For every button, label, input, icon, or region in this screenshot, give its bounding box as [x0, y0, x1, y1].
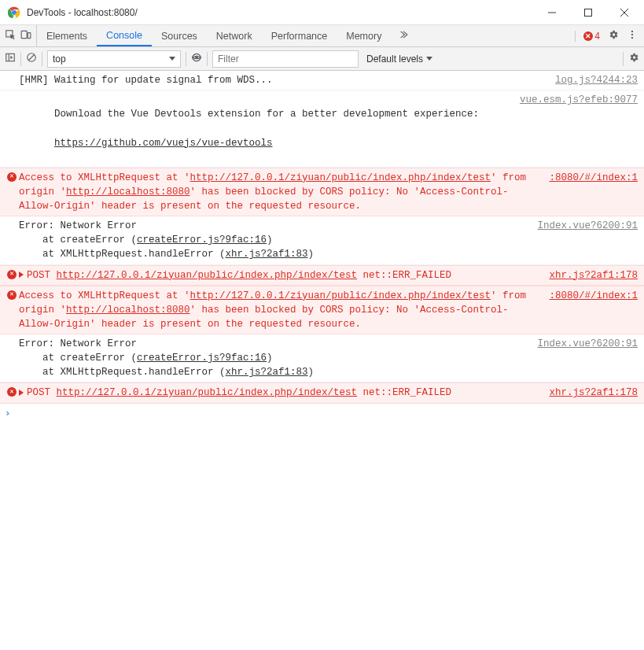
console-sidebar-toggle-icon[interactable] [5, 52, 16, 65]
log-source-link[interactable]: :8080/#/index:1 [549, 171, 638, 185]
devtools-link[interactable]: https://github.com/vuejs/vue-devtools [54, 138, 273, 149]
log-source-link[interactable]: vue.esm.js?efeb:9077 [520, 93, 638, 107]
window-titlebar: DevTools - localhost:8080/ [0, 0, 644, 25]
origin-url-link[interactable]: http://localhost:8080 [66, 305, 190, 316]
error-icon: ✕ [7, 270, 17, 279]
svg-rect-3 [585, 9, 592, 16]
svg-rect-8 [28, 33, 31, 39]
svg-line-15 [29, 55, 35, 61]
console-filters-bar: top Default levels [0, 47, 644, 71]
console-log-area: [HMR] Waiting for update signal from WDS… [0, 71, 644, 423]
console-prompt[interactable]: › [0, 404, 644, 423]
log-levels-select[interactable]: Default levels [363, 54, 436, 65]
expand-toggle-icon[interactable] [19, 271, 24, 278]
log-row: Error: Network Error at createError (cre… [0, 334, 644, 382]
devtools-tabbar: Elements Console Sources Network Perform… [0, 25, 644, 47]
execution-context-select[interactable]: top [47, 50, 181, 68]
context-value: top [53, 54, 66, 65]
stack-link[interactable]: createError.js?9fac:16 [137, 235, 267, 246]
kebab-menu-icon[interactable] [627, 29, 638, 42]
log-row: Error: Network Error at createError (cre… [0, 216, 644, 264]
log-source-link[interactable]: log.js?4244:23 [555, 73, 638, 87]
log-message: Access to XMLHttpRequest at 'http://127.… [19, 171, 549, 213]
log-source-link[interactable]: :8080/#/index:1 [549, 289, 638, 303]
console-settings-icon[interactable] [628, 52, 639, 65]
filter-input[interactable] [212, 50, 359, 68]
error-icon: ✕ [7, 172, 17, 182]
request-url-link[interactable]: http://127.0.0.1/ziyuan/public/index.php… [57, 387, 358, 398]
tab-performance[interactable]: Performance [262, 25, 337, 46]
log-message: POST http://127.0.0.1/ziyuan/public/inde… [19, 268, 549, 283]
log-message: Download the Vue Devtools extension for … [19, 93, 520, 164]
error-icon: ✕ [7, 387, 17, 397]
error-count-badge[interactable]: ✕ 4 [575, 31, 600, 42]
log-source-link[interactable]: Index.vue?6200:91 [537, 337, 638, 351]
log-row: [HMR] Waiting for update signal from WDS… [0, 71, 644, 90]
window-title: DevTools - localhost:8080/ [27, 7, 534, 18]
log-row-error: ✕ Access to XMLHttpRequest at 'http://12… [0, 168, 644, 216]
log-source-link[interactable]: xhr.js?2af1:178 [549, 268, 638, 283]
chevron-down-icon [426, 57, 432, 61]
svg-rect-7 [21, 31, 27, 38]
svg-rect-12 [6, 54, 15, 61]
stack-link[interactable]: createError.js?9fac:16 [137, 353, 267, 364]
log-row: Download the Vue Devtools extension for … [0, 90, 644, 168]
stack-link[interactable]: xhr.js?2af1:83 [226, 249, 308, 260]
tab-elements[interactable]: Elements [37, 25, 97, 46]
more-tabs-icon[interactable] [391, 29, 414, 42]
close-button[interactable] [606, 0, 642, 25]
error-icon: ✕ [7, 290, 17, 300]
svg-point-10 [631, 34, 633, 35]
minimize-button[interactable] [534, 0, 570, 25]
tab-network[interactable]: Network [207, 25, 262, 46]
log-message: [HMR] Waiting for update signal from WDS… [19, 73, 555, 87]
prompt-chevron-icon: › [5, 406, 11, 420]
log-source-link[interactable]: xhr.js?2af1:178 [549, 386, 638, 400]
tab-sources[interactable]: Sources [152, 25, 207, 46]
log-row-error: ✕ POST http://127.0.0.1/ziyuan/public/in… [0, 382, 644, 403]
chrome-logo-icon [8, 6, 20, 19]
log-message: Error: Network Error at createError (cre… [19, 337, 537, 379]
log-message: POST http://127.0.0.1/ziyuan/public/inde… [19, 386, 549, 400]
maximize-button[interactable] [570, 0, 606, 25]
clear-console-icon[interactable] [26, 52, 37, 65]
blocked-url-link[interactable]: http://127.0.0.1/ziyuan/public/index.php… [190, 172, 491, 183]
tab-console[interactable]: Console [97, 25, 152, 46]
log-message: Access to XMLHttpRequest at 'http://127.… [19, 289, 549, 331]
chevron-down-icon [169, 57, 175, 61]
window-controls [534, 0, 642, 25]
blocked-url-link[interactable]: http://127.0.0.1/ziyuan/public/index.php… [190, 290, 491, 301]
log-row-error: ✕ Access to XMLHttpRequest at 'http://12… [0, 286, 644, 334]
svg-point-9 [631, 31, 633, 32]
inspect-element-icon[interactable] [5, 29, 16, 42]
error-icon: ✕ [583, 31, 593, 41]
origin-url-link[interactable]: http://localhost:8080 [66, 187, 190, 198]
error-count: 4 [594, 31, 600, 42]
log-row-error: ✕ POST http://127.0.0.1/ziyuan/public/in… [0, 265, 644, 286]
tab-memory[interactable]: Memory [337, 25, 391, 46]
device-toolbar-icon[interactable] [20, 29, 31, 42]
log-message: Error: Network Error at createError (cre… [19, 219, 537, 261]
svg-point-11 [631, 37, 633, 39]
stack-link[interactable]: xhr.js?2af1:83 [226, 367, 308, 378]
expand-toggle-icon[interactable] [19, 390, 24, 396]
gear-icon[interactable] [608, 29, 619, 42]
request-url-link[interactable]: http://127.0.0.1/ziyuan/public/index.php… [57, 270, 358, 281]
live-expression-icon[interactable] [191, 52, 202, 65]
log-source-link[interactable]: Index.vue?6200:91 [537, 219, 638, 233]
levels-label: Default levels [366, 54, 423, 65]
